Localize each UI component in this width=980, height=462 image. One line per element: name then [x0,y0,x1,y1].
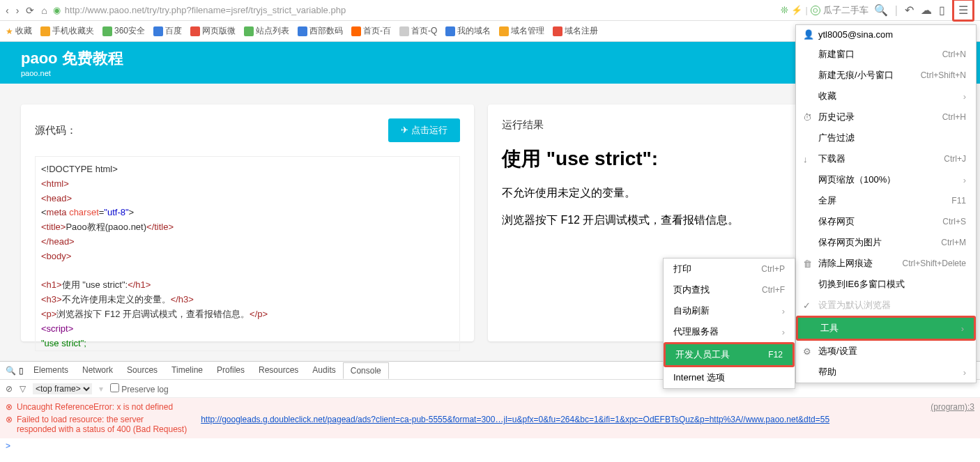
source-card: 源代码： ✈ 点击运行 <!DOCTYPE html> <html> <head… [21,105,474,341]
menu-shortcut: Ctrl+Shift+N [921,70,966,80]
reload-button[interactable]: ⟳ [26,5,34,16]
devtools-tab[interactable]: Network [75,362,120,378]
home-button[interactable]: ⌂ [41,5,47,16]
site-logo: paoo 免费教程 paoo.net [21,48,123,77]
menu-item[interactable]: ⚙选项/设置 [796,341,976,362]
bookmark-item[interactable]: 西部数码 [298,25,343,37]
submenu-label: 自动刷新 [673,305,710,317]
menu-item-icon: ↓ [803,154,808,164]
code-editor[interactable]: <!DOCTYPE html> <html> <head> <meta char… [35,156,460,351]
preserve-log-checkbox[interactable]: Preserve log [110,383,169,394]
devtools-tab[interactable]: Timeline [164,362,210,378]
console-output: ⊗ Uncaught ReferenceError: x is not defi… [0,398,980,438]
devtools-tab[interactable]: Profiles [210,362,252,378]
menu-item-label: 历史记录 [818,111,855,123]
restore-icon[interactable]: ↶ [905,3,914,17]
chevron-right-icon: › [782,306,785,316]
devtools-tab[interactable]: Elements [26,362,75,378]
error-message: Failed to load resource: the server [17,415,187,424]
submenu-item[interactable]: 开发人员工具F12 [666,344,793,365]
menu-shortcut: Ctrl+N [942,49,966,59]
menu-item-label: 帮助 [818,366,836,378]
bookmark-item[interactable]: 域名注册 [553,25,598,37]
devtools-device-icon[interactable]: ▯ [19,366,24,376]
menu-item-label: 保存网页 [818,215,855,228]
devtools-tab[interactable]: Console [343,362,389,379]
search-box[interactable]: ❊ ⚡ | O 瓜子二手车 [781,4,868,17]
nav-controls: ‹ › ⟳ ⌂ [6,5,47,16]
submenu-item[interactable]: 页内查找Ctrl+F [664,279,795,300]
menu-item[interactable]: 帮助› [796,362,976,383]
chevron-right-icon: › [961,323,964,334]
menu-item-label: 设置为默认浏览器 [818,299,891,311]
menu-item[interactable]: ⏱历史记录Ctrl+H [796,107,976,128]
chevron-right-icon: › [963,91,966,102]
submenu-item[interactable]: 打印Ctrl+P [664,259,795,279]
bookmark-item[interactable]: 首页-Q [399,25,437,37]
bookmark-item[interactable]: 360安全 [102,25,145,37]
devtools-tab[interactable]: Sources [120,362,164,378]
menu-item[interactable]: 网页缩放（100%）› [796,169,976,190]
menu-item[interactable]: ↓下载器Ctrl+J [796,148,976,169]
menu-item[interactable]: 广告过滤 [796,128,976,148]
menu-item[interactable]: 切换到IE6多窗口模式 [796,274,976,295]
search-icon[interactable]: 🔍 [874,3,888,17]
main-menu-dropdown: 👤ytl8005@sina.com 新建窗口Ctrl+N新建无痕/小号窗口Ctr… [795,24,977,383]
back-button[interactable]: ‹ [6,5,9,16]
error-url[interactable]: http://googleads.g.doubleclick.net/pagea… [201,415,829,434]
menu-item-label: 新建窗口 [818,48,855,61]
menu-shortcut: F11 [951,196,966,206]
mobile-icon[interactable]: ▯ [939,3,945,17]
bookmark-item[interactable]: 首页-百 [351,25,391,37]
submenu-item[interactable]: 代理服务器› [664,321,795,342]
menu-account[interactable]: 👤ytl8005@sina.com [796,25,976,44]
clear-console-icon[interactable]: ⊘ [6,384,13,394]
site-icon: ◉ [53,5,61,15]
devtools-tab[interactable]: Audits [305,362,342,378]
submenu-item[interactable]: Internet 选项 [664,367,795,388]
menu-item-icon: 🗑 [803,259,812,269]
bookmark-item[interactable]: 手机收藏夹 [40,25,94,37]
tools-submenu: 打印Ctrl+P页内查找Ctrl+F自动刷新›代理服务器›开发人员工具F12In… [663,258,795,389]
bookmark-item[interactable]: 我的域名 [445,25,491,37]
menu-item-label: 广告过滤 [818,132,855,144]
menu-item[interactable]: 全屏F11 [796,190,976,211]
address-bar[interactable]: ◉ http://www.paoo.net/try/try.php?filena… [53,5,776,15]
menu-item-label: 全屏 [818,194,836,207]
main-menu-button[interactable]: ☰ [952,0,974,22]
menu-item[interactable]: 工具› [798,318,974,339]
menu-item[interactable]: 🗑清除上网痕迹Ctrl+Shift+Delete [796,253,976,274]
error-source[interactable]: (program):3 [931,402,974,412]
run-button[interactable]: ✈ 点击运行 [388,118,460,142]
error-icon: ⊗ [6,402,13,412]
menu-item[interactable]: ✓设置为默认浏览器 [796,295,976,316]
menu-item[interactable]: 新建窗口Ctrl+N [796,44,976,65]
guazi-icon: O [811,6,820,15]
menu-item[interactable]: 收藏› [796,86,976,107]
menu-item[interactable]: 新建无痕/小号窗口Ctrl+Shift+N [796,65,976,86]
bookmark-item[interactable]: 域名管理 [499,25,544,37]
bookmark-item[interactable]: 百度 [153,25,182,37]
error-message: responded with a status of 400 (Bad Requ… [17,424,187,434]
forward-button[interactable]: › [16,5,20,16]
menu-item[interactable]: 保存网页Ctrl+S [796,211,976,232]
devtools-tab[interactable]: Resources [252,362,305,378]
submenu-item[interactable]: 自动刷新› [664,300,795,321]
menu-item-label: 收藏 [818,90,836,102]
toolbar-right: 🔍 | ↶ ☁ ▯ ☰ [874,0,974,22]
chevron-right-icon: › [963,367,966,378]
devtools-search-icon[interactable]: 🔍 [6,366,16,376]
menu-item[interactable]: 保存网页为图片Ctrl+M [796,232,976,253]
cloud-icon[interactable]: ☁ [921,3,932,17]
favorites-label[interactable]: ★收藏 [6,25,32,37]
menu-item-label: 网页缩放（100%） [818,174,896,186]
frame-selector[interactable]: <top frame> [33,383,92,394]
flash-icon: ⚡ [791,5,802,15]
submenu-label: 开发人员工具 [675,348,730,361]
submenu-shortcut: F12 [768,350,783,360]
bookmark-item[interactable]: 网页版微 [190,25,236,37]
submenu-shortcut: Ctrl+F [762,285,785,295]
console-prompt[interactable]: > [0,438,980,454]
filter-icon[interactable]: ▽ [20,384,26,394]
bookmark-item[interactable]: 站点列表 [244,25,289,37]
